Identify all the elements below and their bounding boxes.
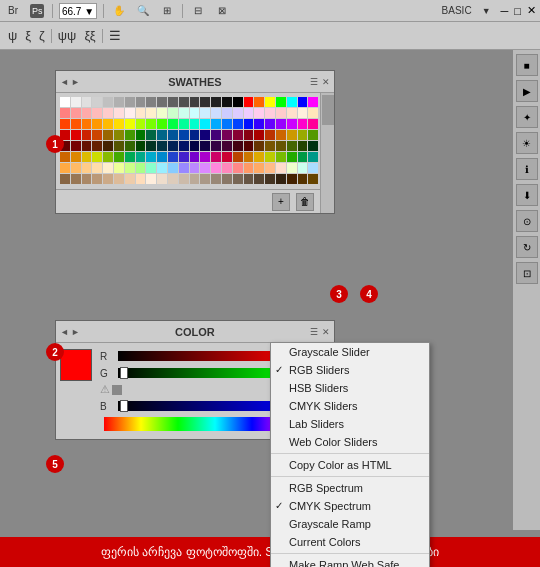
swatch-cell[interactable] <box>276 174 286 184</box>
menu-view[interactable]: ☰ <box>107 26 123 45</box>
swatch-cell[interactable] <box>276 163 286 173</box>
swatch-cell[interactable] <box>103 163 113 173</box>
swatch-cell[interactable] <box>211 141 221 151</box>
swatch-cell[interactable] <box>254 152 264 162</box>
swatch-cell[interactable] <box>136 141 146 151</box>
swatch-cell[interactable] <box>244 152 254 162</box>
swatch-cell[interactable] <box>146 174 156 184</box>
swatch-cell[interactable] <box>71 130 81 140</box>
swatches-scrollbar-thumb[interactable] <box>322 95 334 125</box>
swatch-cell[interactable] <box>200 97 210 107</box>
swatch-cell[interactable] <box>82 130 92 140</box>
bridge-icon[interactable]: Br <box>4 2 22 20</box>
swatch-cell[interactable] <box>179 174 189 184</box>
swatch-cell[interactable] <box>136 119 146 129</box>
swatch-cell[interactable] <box>60 108 70 118</box>
swatch-cell[interactable] <box>200 163 210 173</box>
swatch-cell[interactable] <box>114 108 124 118</box>
swatch-cell[interactable] <box>265 141 275 151</box>
swatch-cell[interactable] <box>222 130 232 140</box>
swatch-cell[interactable] <box>103 108 113 118</box>
color-swatch-preview[interactable] <box>60 349 92 381</box>
swatch-cell[interactable] <box>287 152 297 162</box>
swatch-cell[interactable] <box>82 108 92 118</box>
menu-item[interactable]: HSB Sliders <box>271 379 429 397</box>
swatch-cell[interactable] <box>244 119 254 129</box>
swatch-cell[interactable] <box>114 130 124 140</box>
swatch-cell[interactable] <box>211 163 221 173</box>
hand-tool-icon[interactable]: ✋ <box>110 2 128 20</box>
swatch-cell[interactable] <box>157 130 167 140</box>
swatch-cell[interactable] <box>146 163 156 173</box>
restore-button[interactable]: □ <box>514 5 521 17</box>
workspace-dropdown[interactable]: ▼ <box>482 6 491 16</box>
swatch-cell[interactable] <box>146 97 156 107</box>
swatch-cell[interactable] <box>298 174 308 184</box>
swatch-cell[interactable] <box>254 141 264 151</box>
swatch-cell[interactable] <box>298 152 308 162</box>
swatch-cell[interactable] <box>125 141 135 151</box>
swatch-cell[interactable] <box>179 108 189 118</box>
swatch-cell[interactable] <box>168 108 178 118</box>
menu-layer[interactable]: ψψ <box>56 26 79 45</box>
swatch-cell[interactable] <box>190 108 200 118</box>
rp-icon-3[interactable]: ✦ <box>516 106 538 128</box>
swatch-cell[interactable] <box>157 119 167 129</box>
swatch-cell[interactable] <box>125 119 135 129</box>
swatch-cell[interactable] <box>60 174 70 184</box>
swatch-cell[interactable] <box>211 152 221 162</box>
swatch-cell[interactable] <box>287 130 297 140</box>
swatch-cell[interactable] <box>125 130 135 140</box>
window-icon[interactable]: ⊠ <box>213 2 231 20</box>
swatch-cell[interactable] <box>244 108 254 118</box>
swatch-cell[interactable] <box>125 163 135 173</box>
swatch-cell[interactable] <box>190 152 200 162</box>
view-icon[interactable]: ⊟ <box>189 2 207 20</box>
swatch-cell[interactable] <box>233 130 243 140</box>
swatch-cell[interactable] <box>233 174 243 184</box>
swatches-nav-prev[interactable]: ◄ <box>60 77 69 87</box>
swatch-cell[interactable] <box>103 97 113 107</box>
swatch-cell[interactable] <box>103 174 113 184</box>
arrange-icon[interactable]: ⊞ <box>158 2 176 20</box>
swatch-cell[interactable] <box>71 141 81 151</box>
swatch-cell[interactable] <box>254 163 264 173</box>
swatch-cell[interactable] <box>233 119 243 129</box>
swatch-cell[interactable] <box>146 152 156 162</box>
swatch-cell[interactable] <box>222 163 232 173</box>
swatch-cell[interactable] <box>82 141 92 151</box>
swatch-cell[interactable] <box>71 97 81 107</box>
ps-icon[interactable]: Ps <box>28 2 46 20</box>
menu-image[interactable]: ζ <box>37 26 47 45</box>
menu-item[interactable]: CMYK Spectrum <box>271 497 429 515</box>
swatch-cell[interactable] <box>179 119 189 129</box>
zoom-percent[interactable]: 66.7 ▼ <box>59 3 97 19</box>
swatch-cell[interactable] <box>82 163 92 173</box>
swatch-cell[interactable] <box>211 97 221 107</box>
swatch-cell[interactable] <box>136 97 146 107</box>
swatch-cell[interactable] <box>233 163 243 173</box>
menu-item[interactable]: Lab Sliders <box>271 415 429 433</box>
swatch-cell[interactable] <box>190 97 200 107</box>
swatch-cell[interactable] <box>222 97 232 107</box>
swatch-cell[interactable] <box>168 141 178 151</box>
swatch-cell[interactable] <box>276 108 286 118</box>
swatch-cell[interactable] <box>157 152 167 162</box>
menu-item[interactable]: RGB Spectrum <box>271 479 429 497</box>
swatch-cell[interactable] <box>276 141 286 151</box>
swatch-cell[interactable] <box>125 97 135 107</box>
swatch-cell[interactable] <box>190 141 200 151</box>
swatch-cell[interactable] <box>71 174 81 184</box>
swatch-cell[interactable] <box>92 108 102 118</box>
g-slider-thumb[interactable] <box>120 367 128 379</box>
swatch-cell[interactable] <box>179 152 189 162</box>
swatch-cell[interactable] <box>244 130 254 140</box>
rp-icon-2[interactable]: ▶ <box>516 80 538 102</box>
swatch-cell[interactable] <box>254 130 264 140</box>
swatch-cell[interactable] <box>157 141 167 151</box>
swatch-cell[interactable] <box>114 119 124 129</box>
swatch-cell[interactable] <box>190 119 200 129</box>
swatch-cell[interactable] <box>265 152 275 162</box>
swatch-cell[interactable] <box>179 97 189 107</box>
swatch-cell[interactable] <box>211 174 221 184</box>
